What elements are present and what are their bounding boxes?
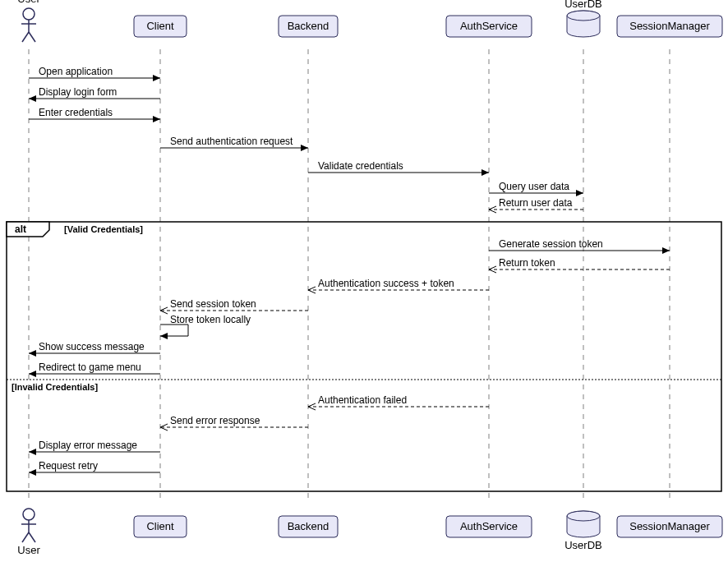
svg-line-8 [29, 532, 35, 542]
message-label: Return token [499, 257, 555, 269]
message-label: Send error response [170, 415, 260, 426]
message-label: Request retry [39, 460, 98, 472]
svg-line-7 [22, 532, 29, 542]
message-label: Enter credentials [39, 107, 113, 118]
message-label: Validate credentials [318, 160, 403, 172]
message-label: Authentication failed [318, 394, 407, 406]
message-label: Generate session token [499, 238, 603, 250]
actor-icon [23, 8, 35, 20]
participant-label: SessionManager [629, 520, 710, 532]
svg-line-2 [22, 32, 29, 42]
participant-label: Client [146, 20, 174, 32]
message-label: Redirect to game menu [39, 361, 141, 373]
frame-label: alt [15, 223, 26, 235]
message-label: Display login form [39, 86, 117, 98]
message-label: Send authentication request [170, 136, 293, 147]
participant-label: User [17, 544, 40, 556]
guard-label: [Invalid Credentials] [12, 382, 98, 392]
participant-label: User [17, 0, 40, 5]
guard-label: [Valid Credentials] [64, 224, 143, 234]
participant-label: AuthService [460, 20, 518, 32]
participant-label: UserDB [564, 539, 602, 551]
message-label: Open application [39, 66, 113, 77]
svg-point-4 [567, 11, 600, 21]
participant-label: Backend [288, 520, 329, 532]
actor-icon [23, 509, 35, 520]
svg-line-3 [29, 32, 35, 42]
participant-label: UserDB [564, 0, 602, 10]
message-label: Authentication success + token [318, 278, 454, 289]
message-label: Send session token [170, 298, 256, 310]
sequence-diagram: UserClientBackendAuthServiceUserDBSessio… [0, 0, 728, 571]
svg-point-9 [567, 511, 600, 521]
participant-label: Client [146, 520, 174, 532]
message-label: Query user data [499, 181, 569, 192]
participant-label: Backend [288, 20, 329, 32]
participant-label: SessionManager [629, 20, 710, 32]
participant-label: AuthService [460, 520, 518, 532]
message-label: Display error message [39, 440, 137, 451]
message-label: Store token locally [170, 314, 251, 325]
message-label: Return user data [499, 197, 573, 209]
message-label: Show success message [39, 341, 145, 352]
